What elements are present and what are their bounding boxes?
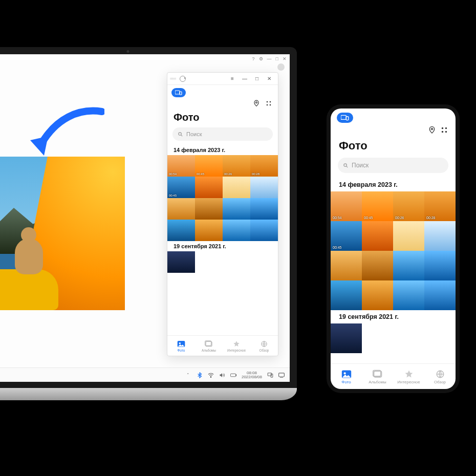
drag-arrow-icon (28, 105, 104, 157)
photo-thumb[interactable]: 00:45 (331, 221, 362, 251)
avatar-icon[interactable] (277, 63, 285, 71)
tab-albums[interactable]: Альбомы (362, 364, 393, 389)
battery-icon[interactable] (230, 372, 236, 378)
tab-featured[interactable]: Интересное (393, 364, 424, 389)
close-button[interactable]: ✕ (283, 56, 287, 61)
notifications-icon[interactable] (278, 372, 285, 378)
photo-thumb[interactable] (393, 280, 424, 310)
photo-thumb[interactable] (223, 177, 250, 198)
more-icon[interactable] (265, 99, 273, 107)
multiscreen-badge[interactable] (171, 88, 274, 97)
tab-browse[interactable]: Обзор (250, 336, 278, 356)
svg-point-24 (442, 131, 443, 133)
photo-thumb[interactable]: 00:28 (250, 155, 278, 177)
phone-link-icon[interactable] (267, 372, 273, 378)
volume-icon[interactable] (219, 372, 225, 378)
search-placeholder: Поиск (186, 131, 202, 137)
tray-chevron-icon[interactable]: ˄ (185, 372, 191, 378)
photo-thumb[interactable]: 00:54 (331, 191, 362, 221)
photo-thumb[interactable] (393, 251, 424, 280)
globe-icon (259, 340, 269, 348)
photo-thumb[interactable]: 00:45 (167, 177, 195, 198)
search-icon (178, 132, 183, 137)
photo-thumb[interactable] (195, 177, 223, 198)
photo-thumb[interactable]: 00:26 (223, 155, 250, 177)
svg-rect-0 (175, 91, 180, 94)
photo-thumb[interactable] (167, 198, 195, 220)
tab-browse[interactable]: Обзор (424, 364, 456, 389)
tab-albums[interactable]: Альбомы (195, 336, 223, 356)
photo-thumb[interactable] (362, 221, 393, 251)
location-icon[interactable] (428, 126, 436, 134)
tab-label: Альбомы (369, 380, 386, 384)
photo-thumb[interactable] (167, 220, 195, 241)
svg-rect-17 (271, 374, 273, 377)
photo-thumb[interactable] (424, 280, 456, 310)
multiscreen-badge[interactable] (337, 113, 449, 123)
svg-point-2 (256, 102, 257, 103)
minimize-button[interactable]: — (239, 75, 250, 83)
search-input[interactable]: Поиск (172, 127, 273, 141)
svg-point-6 (270, 104, 271, 106)
phone-device: Фото Поиск 14 февраля 2023 г. 00:54 00:4… (327, 104, 460, 393)
photo-thumb[interactable] (223, 220, 250, 241)
albums-icon (372, 369, 383, 379)
minimize-button[interactable]: — (267, 56, 272, 61)
photo-thumb[interactable]: 00:45 (195, 155, 223, 177)
dropped-photo (0, 157, 125, 310)
photo-thumb[interactable] (424, 221, 456, 251)
svg-point-13 (210, 377, 211, 377)
svg-point-5 (267, 104, 268, 106)
photo-thumb[interactable]: 00:26 (393, 191, 424, 221)
tab-label: Интересное (227, 349, 246, 352)
bluetooth-icon[interactable] (197, 372, 203, 378)
phone-mirror-window: ▪▪▪ ≡ — □ ✕ (167, 72, 278, 356)
photo-thumb[interactable]: 00:28 (424, 191, 456, 221)
svg-point-3 (267, 101, 268, 103)
photo-thumb[interactable] (331, 251, 362, 280)
photo-thumb[interactable] (195, 220, 223, 241)
photo-thumb[interactable] (362, 280, 393, 310)
svg-point-4 (270, 101, 271, 103)
photo-thumb[interactable] (393, 221, 424, 251)
photo-thumb[interactable] (250, 198, 278, 220)
mirror-titlebar: ▪▪▪ ≡ — □ ✕ (167, 73, 278, 85)
tab-photo[interactable]: Фото (331, 364, 362, 389)
maximize-button[interactable]: □ (251, 75, 263, 83)
photo-thumb[interactable]: 00:54 (167, 155, 195, 177)
photo-thumb[interactable] (331, 280, 362, 310)
rotate-icon[interactable] (180, 76, 186, 82)
photo-thumb[interactable] (424, 251, 456, 280)
date-label: 2022/08/08 (242, 375, 262, 379)
help-button[interactable]: ? (252, 56, 255, 61)
tab-label: Обзор (259, 349, 269, 352)
photo-grid-1: 00:54 00:45 00:26 00:28 00:45 (167, 155, 278, 241)
wifi-icon[interactable] (208, 372, 214, 378)
location-icon[interactable] (252, 99, 261, 107)
search-input[interactable]: Поиск (338, 158, 448, 173)
date-section-2: 19 сентября 2021 г. (331, 310, 456, 323)
date-section-1: 14 февраля 2023 г. (167, 145, 278, 155)
photo-icon (341, 369, 352, 379)
tab-photo[interactable]: Фото (167, 336, 195, 356)
globe-icon (435, 369, 446, 379)
settings-icon[interactable]: ⚙ (259, 56, 263, 61)
photo-thumb[interactable] (167, 251, 195, 273)
clock[interactable]: 08:08 2022/08/08 (242, 371, 262, 379)
svg-point-25 (445, 131, 447, 133)
photo-thumb[interactable] (195, 198, 223, 220)
tab-featured[interactable]: Интересное (223, 336, 250, 356)
photo-thumb[interactable] (362, 251, 393, 280)
more-icon[interactable] (440, 126, 448, 134)
maximize-button[interactable]: □ (276, 56, 278, 61)
close-button[interactable]: ✕ (264, 75, 275, 83)
tab-label: Фото (341, 380, 351, 384)
gallery-topbar (331, 123, 456, 134)
photo-thumb[interactable] (331, 323, 362, 353)
menu-button[interactable]: ≡ (227, 75, 238, 83)
photo-thumb[interactable]: 00:45 (362, 191, 393, 221)
photo-thumb[interactable] (223, 198, 250, 220)
camera-dot (127, 50, 129, 53)
photo-thumb[interactable] (250, 177, 278, 198)
photo-thumb[interactable] (250, 220, 278, 241)
